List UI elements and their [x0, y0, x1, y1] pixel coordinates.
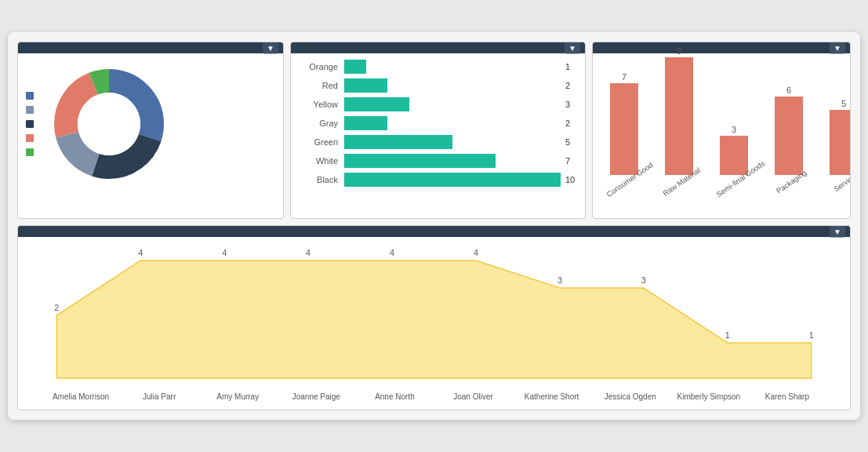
color-bar-label: Yellow [299, 100, 338, 109]
color-bar-label: Gray [299, 118, 338, 128]
area-chart-value-label: 1 [809, 330, 814, 340]
x-axis-label: Amy Murray [198, 392, 277, 401]
legend-item-china [26, 92, 38, 100]
x-axis-label: Karen Sharp [748, 392, 826, 401]
color-bar-label: Orange [299, 62, 338, 71]
area-chart-value-label: 4 [306, 248, 311, 257]
x-axis-label: Anne North [355, 392, 434, 401]
x-axis-label: Amelia Morrison [42, 392, 120, 401]
color-bar-fill [344, 78, 387, 93]
responsible-person-panel: ▼ 2444443311 Amelia MorrisonJulia ParrAm… [17, 225, 851, 410]
origin-content [18, 53, 283, 195]
legend-dot-germany [26, 106, 34, 114]
product-bar-group: 5 Services [820, 99, 851, 187]
color-bar-track [344, 116, 561, 130]
product-bar-value: 3 [732, 125, 736, 134]
legend-item-japan [26, 148, 38, 156]
legend-item-south-korea [26, 120, 38, 128]
color-bar-track [344, 154, 561, 168]
color-bar-track [344, 78, 561, 93]
product-bar-fill [720, 136, 748, 175]
color-bar-fill [344, 135, 452, 149]
product-bar-fill [665, 57, 693, 175]
responsible-person-chart: 2444443311 Amelia MorrisonJulia ParrAmy … [18, 237, 850, 410]
responsible-person-dropdown-btn[interactable]: ▼ [830, 226, 845, 238]
legend-dot-japan [26, 148, 34, 156]
color-bar-value: 5 [565, 137, 577, 147]
area-chart-value-label: 1 [725, 330, 730, 340]
x-axis-label: Kimberly Simpson [670, 392, 748, 401]
legend-item-germany [26, 106, 38, 114]
color-bar-track [344, 135, 561, 149]
color-bar-track [344, 97, 561, 111]
color-header: ▼ [291, 42, 585, 53]
area-chart-value-label: 4 [138, 248, 143, 257]
color-bar-track [344, 60, 561, 74]
x-axis-label: Julia Parr [120, 392, 198, 401]
color-bar-row: Yellow 3 [299, 97, 577, 111]
color-bar-value: 7 [565, 156, 577, 166]
color-bar-label: Black [299, 175, 338, 184]
color-bar-label: Green [299, 137, 338, 147]
area-chart-value-label: 2 [54, 303, 59, 312]
color-bar-label: Red [299, 81, 338, 90]
area-chart-value-label: 4 [390, 248, 394, 257]
color-bar-value: 2 [565, 81, 577, 90]
x-axis-label: Katherine Short [513, 392, 591, 401]
origin-dropdown-btn[interactable]: ▼ [263, 42, 278, 54]
area-chart-svg: 2444443311 [26, 245, 842, 386]
origin-donut-chart [46, 61, 172, 187]
area-chart-value-label: 4 [474, 248, 478, 257]
legend-dot-united-states [26, 134, 34, 142]
x-axis-labels: Amelia MorrisonJulia ParrAmy MurrayJoann… [26, 392, 842, 401]
product-type-dropdown-btn[interactable]: ▼ [830, 42, 845, 54]
color-bar-value: 1 [565, 62, 577, 71]
color-bar-label: White [299, 156, 338, 166]
color-dropdown-btn[interactable]: ▼ [565, 42, 580, 54]
origin-panel: ▼ [17, 42, 284, 219]
top-row: ▼ [17, 42, 851, 219]
product-bar-fill [610, 83, 638, 175]
product-bar-group: 7 Consumer Good [601, 72, 648, 187]
color-bar-fill [344, 154, 496, 168]
color-bar-fill [344, 116, 387, 130]
product-type-bar-chart: 7 Consumer Good 9 Raw Material 3 Semi-fi… [593, 53, 850, 218]
svg-point-5 [78, 93, 140, 155]
legend-dot-south-korea [26, 120, 34, 128]
x-axis-label: Jessica Ogden [591, 392, 670, 401]
area-chart-fill [56, 261, 811, 378]
color-bar-chart: Orange 1 Red 2 Yellow 3 Gray 2 Green 5 W… [291, 53, 585, 198]
product-bars-container: 7 Consumer Good 9 Raw Material 3 Semi-fi… [601, 61, 842, 187]
color-bar-row: Black 10 [299, 173, 577, 187]
color-bar-value: 3 [565, 100, 577, 109]
color-bar-fill [344, 173, 561, 187]
product-bar-value: 5 [841, 99, 846, 108]
dashboard: ▼ [8, 32, 860, 420]
area-chart-value-label: 3 [557, 275, 562, 285]
color-bar-row: White 7 [299, 154, 577, 168]
product-bar-group: 3 Semi-final Goods [710, 125, 757, 187]
product-bar-group: 9 Raw Material [656, 46, 703, 187]
color-bar-value: 2 [565, 118, 577, 128]
color-bar-row: Gray 2 [299, 116, 577, 130]
product-bar-value: 9 [677, 46, 681, 56]
product-bar-group: 6 Packaging [765, 86, 812, 187]
x-axis-label: Joanne Paige [277, 392, 355, 401]
legend-dot-china [26, 92, 34, 100]
color-panel: ▼ Orange 1 Red 2 Yellow 3 Gray 2 Green 5 [290, 42, 586, 219]
area-chart-value-label: 3 [641, 275, 646, 285]
color-bar-track [344, 173, 561, 187]
x-axis-label: Joan Oliver [434, 392, 512, 401]
color-bar-row: Orange 1 [299, 60, 577, 74]
area-chart-value-label: 4 [222, 248, 227, 257]
product-type-header: ▼ [593, 42, 850, 53]
color-bar-row: Red 2 [299, 78, 577, 93]
responsible-person-header: ▼ [18, 226, 850, 237]
color-bar-value: 10 [565, 175, 577, 184]
origin-legend [26, 92, 38, 156]
color-bar-fill [344, 60, 366, 74]
color-bar-fill [344, 97, 409, 111]
origin-header: ▼ [18, 42, 283, 53]
product-bar-value: 6 [786, 86, 791, 95]
product-type-panel: ▼ 7 Consumer Good 9 Raw Material 3 Semi-… [592, 42, 851, 219]
